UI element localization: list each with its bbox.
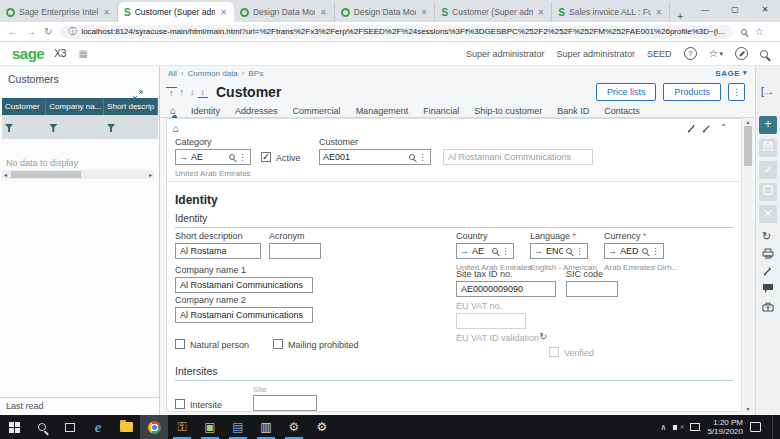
bookmark-star-icon[interactable]: ☆ <box>755 26 764 37</box>
back-button[interactable]: ← <box>8 26 18 37</box>
last-record-button[interactable]: ↓ <box>198 87 209 98</box>
browser-tab[interactable]: S Customer (Super admi... ✕ <box>435 2 552 22</box>
previous-record-button[interactable]: ↑ <box>177 87 188 97</box>
tab-close-icon[interactable]: ✕ <box>319 8 328 17</box>
company-name-2-input[interactable] <box>175 307 313 323</box>
breadcrumb-link[interactable]: BPs <box>248 69 263 78</box>
navigation-compass-icon[interactable] <box>735 47 748 60</box>
lookup-icon[interactable] <box>566 248 572 254</box>
comment-icon[interactable] <box>762 283 775 296</box>
field-menu-icon[interactable]: ⋮ <box>238 152 247 162</box>
scrollbar-thumb[interactable] <box>744 126 752 166</box>
language-field[interactable]: → ENG ⋮ <box>530 243 588 259</box>
browser-tab[interactable]: Design Data Model ✕ <box>335 2 436 22</box>
taskbar-clock[interactable]: 1:20 PM 5/19/2020 <box>707 418 743 436</box>
filter-cell[interactable] <box>104 115 158 139</box>
edit-pencil-icon[interactable] <box>700 123 711 134</box>
lookup-icon[interactable] <box>229 154 235 160</box>
lookup-icon[interactable] <box>642 248 648 254</box>
app-icon-config-gears[interactable]: ⚙ <box>280 415 308 439</box>
print-icon[interactable] <box>762 248 775 261</box>
main-vertical-scrollbar[interactable]: ▴ ▾ <box>743 118 753 412</box>
scroll-up-icon[interactable]: ▴ <box>743 118 753 125</box>
app-icon-ssms[interactable]: ▤ <box>224 415 252 439</box>
filter-cell[interactable] <box>2 115 46 139</box>
app-icon-notepad[interactable]: ▥ <box>252 415 280 439</box>
exit-record-icon[interactable]: [→ <box>761 86 774 97</box>
field-menu-icon[interactable]: ⋮ <box>651 246 660 256</box>
tab-financial[interactable]: Financial <box>423 106 459 116</box>
intersite-checkbox[interactable] <box>175 399 185 409</box>
column-header[interactable]: Short descrip <box>104 98 158 115</box>
column-header[interactable]: Company na... <box>46 98 104 115</box>
tab-contacts[interactable]: Contacts <box>604 106 640 116</box>
tab-close-icon[interactable]: ✕ <box>420 8 429 17</box>
more-actions-button[interactable]: ⋮ <box>728 83 745 101</box>
tab-bank-id[interactable]: Bank ID <box>557 106 589 116</box>
tab-ship-to-customer[interactable]: Ship-to customer <box>474 106 542 116</box>
collapse-section-icon[interactable]: ⌃ <box>720 123 727 132</box>
url-input[interactable]: ⓘ localhost:8124/syracuse-main/html/main… <box>60 25 732 39</box>
zoom-icon[interactable] <box>741 29 747 35</box>
browser-tab[interactable]: Sage Enterprise Intellig... ✕ <box>0 2 118 22</box>
scroll-left-icon[interactable]: ◂ <box>2 171 9 178</box>
column-header[interactable]: Customer <box>2 98 46 115</box>
tab-close-icon[interactable]: ✕ <box>219 8 228 17</box>
show-desktop-button[interactable] <box>772 415 776 439</box>
maximize-button[interactable]: ▢ <box>720 0 750 22</box>
first-record-button[interactable]: ↑ <box>166 87 177 98</box>
breadcrumb-link[interactable]: All <box>168 69 177 78</box>
search-icon[interactable] <box>760 50 768 58</box>
grid-horizontal-scrollbar[interactable]: ◂ ▸ <box>2 170 154 179</box>
browser-tab[interactable]: S Sales invoice ALL : Full... ✕ <box>552 2 670 22</box>
app-icon-package[interactable]: ▣ <box>196 415 224 439</box>
sic-code-input[interactable] <box>566 281 618 297</box>
apps-grid-icon[interactable]: ▦ <box>78 49 88 59</box>
new-tab-button[interactable]: + <box>670 10 690 22</box>
volume-muted-icon[interactable] <box>673 423 683 432</box>
filter-cell[interactable] <box>46 115 104 139</box>
country-field[interactable]: → AE ⋮ <box>456 243 514 259</box>
tab-identity[interactable]: Identity <box>191 106 220 116</box>
user-role[interactable]: Super administrator <box>557 49 636 59</box>
internet-explorer-icon[interactable]: e <box>84 415 112 439</box>
field-menu-icon[interactable]: ⋮ <box>575 246 584 256</box>
refresh-icon[interactable]: ↻ <box>762 230 775 243</box>
new-record-button[interactable]: + <box>759 116 777 134</box>
products-button[interactable]: Products <box>663 83 721 101</box>
jump-arrow-icon[interactable]: → <box>534 246 543 256</box>
site-tax-id-input[interactable] <box>456 281 556 297</box>
export-briefcase-icon[interactable] <box>762 301 775 314</box>
app-icon-settings-gear[interactable]: ⚙ <box>308 415 336 439</box>
action-center-icon[interactable] <box>750 422 761 432</box>
intersite-site-input[interactable] <box>253 395 317 411</box>
app-icon-key[interactable]: ⚿ <box>168 415 196 439</box>
endpoint-selector[interactable]: SAGE ▾ <box>715 69 747 78</box>
jump-arrow-icon[interactable]: → <box>179 152 188 162</box>
price-lists-button[interactable]: Price lists <box>596 83 657 101</box>
taskbar-search-icon[interactable] <box>28 415 56 439</box>
customer-field[interactable]: AE001 ⋮ <box>319 149 431 165</box>
acronym-input[interactable] <box>269 243 321 259</box>
user-name[interactable]: Super administrator <box>466 49 545 59</box>
network-icon[interactable] <box>690 423 700 431</box>
lookup-icon[interactable] <box>409 154 415 160</box>
favorites-star-icon[interactable]: ☆ <box>709 47 719 60</box>
next-record-button[interactable]: ↓ <box>187 87 198 97</box>
tab-management[interactable]: Management <box>356 106 409 116</box>
browser-tab-active[interactable]: S Customer (Super admi... ✕ <box>118 2 234 22</box>
diagnosis-pencil-icon[interactable] <box>686 123 697 134</box>
help-icon[interactable]: ? <box>684 47 697 60</box>
forward-button[interactable]: → <box>26 26 36 37</box>
breadcrumb-link[interactable]: Common data <box>188 69 238 78</box>
tab-addresses[interactable]: Addresses <box>235 106 278 116</box>
tray-chevron-icon[interactable]: ∧ <box>661 423 667 432</box>
panel-home-icon[interactable]: ⌂ <box>173 123 179 134</box>
reload-button[interactable]: ↻ <box>44 26 52 37</box>
tab-close-icon[interactable]: ✕ <box>655 8 664 17</box>
attachment-pencil-icon[interactable] <box>762 266 775 279</box>
jump-arrow-icon[interactable]: → <box>608 246 617 256</box>
field-menu-icon[interactable]: ⋮ <box>501 246 510 256</box>
mailing-prohibited-checkbox[interactable] <box>273 339 283 349</box>
jump-arrow-icon[interactable]: → <box>460 246 469 256</box>
